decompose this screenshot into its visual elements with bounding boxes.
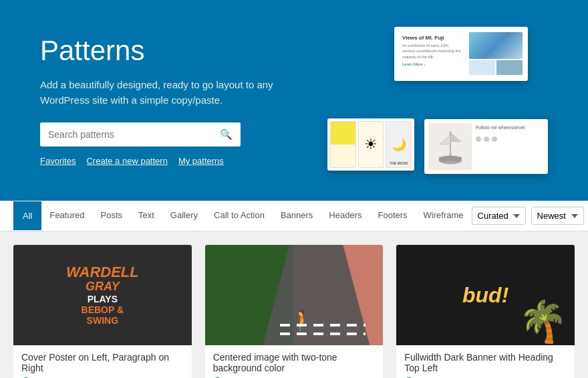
- pattern-thumb-1: 🚶: [205, 245, 384, 345]
- pattern-info-1: Centered image with two-tone background …: [205, 345, 384, 378]
- hero-preview: Views of Mt. Fuji An exhibition of early…: [334, 27, 548, 174]
- hero-links: Favorites Create a new pattern My patter…: [40, 156, 321, 166]
- bud-text: bud!: [462, 283, 508, 308]
- pattern-thumb-2: bud! 🌴: [396, 245, 575, 345]
- patterns-grid: WARDELL GRAY PLAYS BEBOP & SWING Cover P…: [0, 231, 588, 378]
- tab-text[interactable]: Text: [130, 201, 162, 231]
- preview-card-tarot: ☀ 🌙 THE MOON: [327, 118, 414, 171]
- pattern-thumb-0: WARDELL GRAY PLAYS BEBOP & SWING: [13, 245, 192, 345]
- pattern-name-1: Centered image with two-tone background …: [213, 352, 376, 373]
- pattern-card-2[interactable]: bud! 🌴 Fullwidth Dark Banner with Headin…: [396, 245, 575, 378]
- hero-subtitle: Add a beautifully designed, ready to go …: [40, 78, 321, 108]
- pattern-info-0: Cover Poster on Left, Paragraph on Right…: [13, 345, 192, 378]
- tab-banners[interactable]: Banners: [273, 201, 321, 231]
- tab-wireframe[interactable]: Wireframe: [416, 201, 472, 231]
- pattern-card-1[interactable]: 🚶 Centered image with two-tone backgroun…: [205, 245, 384, 378]
- search-bar: 🔍: [40, 122, 241, 147]
- tab-all[interactable]: All: [13, 201, 41, 230]
- hero-title: Patterns: [40, 35, 321, 67]
- preview-card-ship: Follow me wheresoever: [424, 119, 548, 174]
- svg-marker-2: [440, 134, 450, 144]
- favorites-link[interactable]: Favorites: [40, 156, 76, 166]
- tab-featured[interactable]: Featured: [41, 201, 92, 231]
- svg-marker-1: [450, 132, 461, 141]
- tabs-bar: All Featured Posts Text Gallery Call to …: [0, 201, 588, 231]
- tab-posts[interactable]: Posts: [93, 201, 131, 231]
- tab-call-to-action[interactable]: Call to Action: [206, 201, 273, 231]
- search-input[interactable]: [40, 123, 212, 146]
- search-button[interactable]: 🔍: [212, 122, 241, 147]
- create-pattern-link[interactable]: Create a new pattern: [86, 156, 167, 166]
- pattern-card-0[interactable]: WARDELL GRAY PLAYS BEBOP & SWING Cover P…: [13, 245, 192, 378]
- newest-filter[interactable]: Newest Oldest Popular: [531, 207, 584, 225]
- pattern-name-2: Fullwidth Dark Banner with Heading Top L…: [404, 352, 567, 373]
- tab-headers[interactable]: Headers: [321, 201, 370, 231]
- tab-footers[interactable]: Footers: [370, 201, 415, 231]
- hero-left: Patterns Add a beautifully designed, rea…: [40, 35, 321, 166]
- my-patterns-link[interactable]: My patterns: [178, 156, 224, 166]
- tab-gallery[interactable]: Gallery: [162, 201, 206, 231]
- hero-section: Patterns Add a beautifully designed, rea…: [0, 0, 588, 201]
- tabs-filters: Curated All Newest Oldest Popular: [472, 207, 584, 225]
- pattern-name-0: Cover Poster on Left, Paragraph on Right: [21, 352, 184, 373]
- curated-filter[interactable]: Curated All: [472, 207, 526, 225]
- palm-icon: 🌴: [518, 298, 568, 345]
- pattern-info-2: Fullwidth Dark Banner with Heading Top L…: [396, 345, 575, 378]
- preview-card-fuji: Views of Mt. Fuji An exhibition of early…: [394, 27, 528, 81]
